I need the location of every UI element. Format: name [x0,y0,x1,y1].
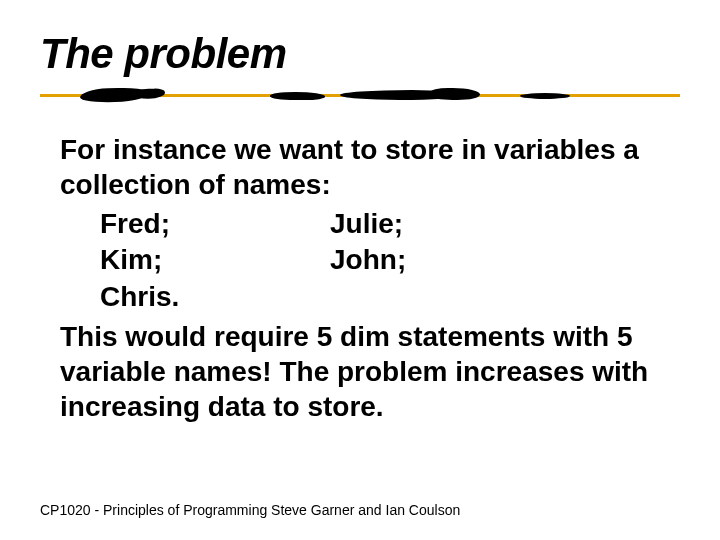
name-row: Kim; John; [100,242,670,278]
name-row: Chris. [100,279,670,315]
outro-text: This would require 5 dim statements with… [60,319,670,424]
name-item: Chris. [100,279,330,315]
name-item: Kim; [100,242,330,278]
name-item: Fred; [100,206,330,242]
slide-title: The problem [40,30,680,78]
names-list: Fred; Julie; Kim; John; Chris. [60,206,670,315]
ink-blotch [80,87,150,103]
name-item: John; [330,242,560,278]
ink-blotch [270,92,325,100]
slide: The problem For instance we want to stor… [0,0,720,540]
intro-text: For instance we want to store in variabl… [60,132,670,202]
ink-blotch [340,90,460,100]
name-item: Julie; [330,206,560,242]
slide-body: For instance we want to store in variabl… [40,132,680,424]
name-row: Fred; Julie; [100,206,670,242]
title-underline [40,84,680,114]
ink-blotch [520,93,570,99]
slide-footer: CP1020 - Principles of Programming Steve… [40,502,460,518]
